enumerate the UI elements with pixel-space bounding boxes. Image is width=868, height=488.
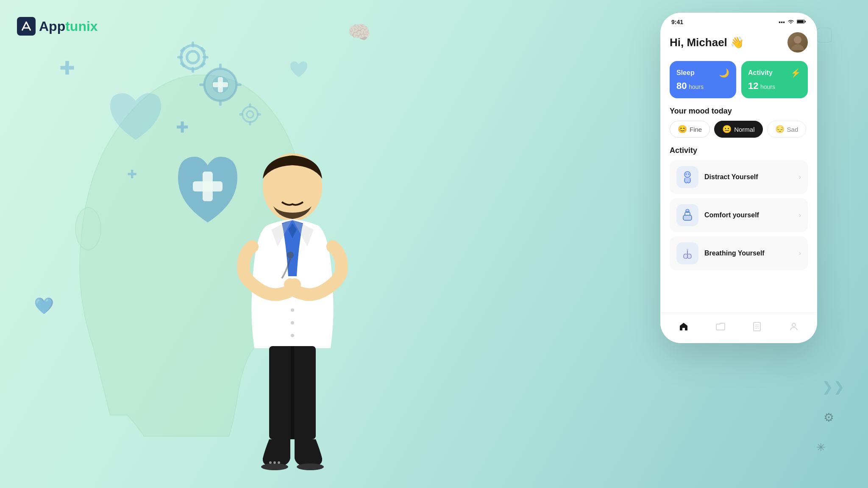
svg-point-35 <box>261 463 288 470</box>
mood-chip-fine[interactable]: 😊 Fine <box>670 121 710 138</box>
signal-icon: ▪▪▪ <box>779 19 785 25</box>
phone-mockup: 9:41 ▪▪▪ Hi, Michael 👋 <box>660 13 817 343</box>
plus-icon-2: ✚ <box>127 167 137 181</box>
brain-icon: 🧠 <box>348 21 371 43</box>
activity-value: 12 <box>748 80 758 91</box>
mood-options: 😊 Fine 😐 Normal 😔 Sad <box>670 121 808 138</box>
breathing-arrow: › <box>799 250 801 257</box>
activity-item-comfort[interactable]: Comfort yourself › <box>670 198 808 232</box>
status-icons: ▪▪▪ <box>779 19 806 25</box>
svg-rect-16 <box>219 101 222 106</box>
logo: Apptunix <box>17 17 98 36</box>
profile-icon <box>789 322 799 334</box>
mood-title: Your mood today <box>670 107 808 116</box>
svg-point-31 <box>291 321 294 324</box>
comfort-arrow: › <box>799 211 801 219</box>
gear-small-icon <box>237 102 263 127</box>
svg-rect-5 <box>177 56 183 58</box>
bottom-nav <box>661 313 816 342</box>
app-header: Hi, Michael 👋 <box>670 32 808 53</box>
breathing-name: Breathing Yourself <box>704 250 765 257</box>
lightning-icon: ⚡ <box>790 68 801 78</box>
svg-point-0 <box>75 208 101 250</box>
fine-label: Fine <box>690 126 702 133</box>
svg-point-29 <box>287 252 294 258</box>
fine-emoji: 😊 <box>678 125 687 134</box>
plus-icon-3: ✚ <box>59 57 75 79</box>
decorative-gear-right: ⚙ <box>823 410 834 424</box>
time: 9:41 <box>671 19 683 25</box>
nav-folder[interactable] <box>708 317 733 338</box>
mood-section: Your mood today 😊 Fine 😐 Normal 😔 Sad <box>670 107 808 138</box>
svg-rect-18 <box>236 83 242 86</box>
plus-icon-1: ✚ <box>176 119 189 136</box>
svg-rect-3 <box>192 42 194 47</box>
distract-icon-box <box>676 166 698 188</box>
svg-rect-22 <box>249 121 251 125</box>
wifi-icon <box>787 19 794 25</box>
comfort-icon-box <box>676 204 698 226</box>
activity-card[interactable]: Activity ⚡ 12 hours <box>741 61 808 98</box>
svg-rect-48 <box>683 215 692 220</box>
svg-rect-4 <box>192 67 194 73</box>
activity-card-title: Activity <box>748 69 773 77</box>
mood-chip-normal[interactable]: 😐 Normal <box>714 121 762 138</box>
decorative-arrows-right: ❯❯ <box>822 379 845 395</box>
sad-emoji: 😔 <box>775 125 785 134</box>
svg-rect-23 <box>239 113 243 116</box>
svg-point-32 <box>291 334 294 337</box>
heart-small-icon <box>288 59 309 80</box>
nav-profile[interactable] <box>781 317 807 338</box>
svg-rect-41 <box>797 20 804 23</box>
normal-emoji: 😐 <box>722 125 732 134</box>
svg-point-47 <box>688 174 690 175</box>
svg-point-53 <box>792 323 796 327</box>
logo-text: Apptunix <box>39 19 98 34</box>
greeting-text: Hi, Michael 👋 <box>670 36 744 49</box>
doctor-illustration <box>212 128 373 488</box>
nav-tasks[interactable] <box>744 317 770 338</box>
heart-large-icon <box>102 85 170 146</box>
comfort-name: Comfort yourself <box>704 211 759 219</box>
decorative-box-top-right <box>817 28 832 43</box>
avatar[interactable] <box>787 32 808 53</box>
svg-point-30 <box>291 308 294 312</box>
battery-icon <box>797 19 806 25</box>
svg-rect-15 <box>219 64 222 69</box>
activity-list: Distract Yourself › Comfort yo <box>670 160 808 270</box>
logo-icon <box>17 17 36 36</box>
svg-rect-17 <box>199 83 204 86</box>
svg-rect-14 <box>213 82 228 87</box>
status-bar: 9:41 ▪▪▪ <box>661 14 816 29</box>
activity-section: Activity Distract Yourself <box>670 146 808 270</box>
activity-unit: hours <box>760 83 775 90</box>
sleep-card-title: Sleep <box>676 69 695 77</box>
heart-icon-left: 💙 <box>34 297 54 315</box>
sad-label: Sad <box>787 126 798 133</box>
svg-rect-34 <box>291 346 294 439</box>
svg-point-19 <box>242 107 258 122</box>
sleep-card[interactable]: Sleep 🌙 80 hours <box>670 61 736 98</box>
moon-icon: 🌙 <box>719 68 729 78</box>
sleep-value: 80 <box>676 80 687 91</box>
tasks-icon <box>752 322 762 334</box>
svg-rect-21 <box>249 103 251 108</box>
mood-chip-sad[interactable]: 😔 Sad <box>767 121 807 138</box>
svg-point-38 <box>273 461 276 464</box>
activity-section-title: Activity <box>670 146 808 155</box>
breathing-icon-box <box>676 242 698 264</box>
svg-rect-42 <box>805 21 806 22</box>
app-content: Hi, Michael 👋 Sleep 🌙 80 hours <box>661 29 816 270</box>
svg-point-20 <box>247 111 253 118</box>
nav-home[interactable] <box>671 317 696 338</box>
svg-point-39 <box>278 461 280 464</box>
svg-point-43 <box>794 36 801 44</box>
cards-row: Sleep 🌙 80 hours Activity ⚡ 12 hours <box>670 61 808 98</box>
activity-item-breathing[interactable]: Breathing Yourself › <box>670 236 808 270</box>
normal-label: Normal <box>734 126 754 133</box>
folder-icon <box>715 322 726 334</box>
activity-item-distract[interactable]: Distract Yourself › <box>670 160 808 194</box>
svg-rect-24 <box>257 113 261 116</box>
svg-point-36 <box>297 463 324 470</box>
distract-arrow: › <box>799 173 801 181</box>
